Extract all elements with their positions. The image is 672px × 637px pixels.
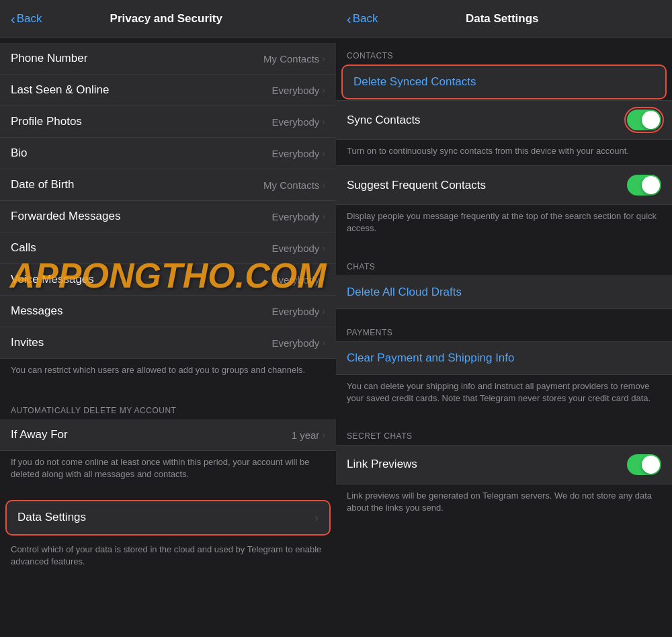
data-settings-item[interactable]: Data Settings › [5,500,331,536]
forwarded-messages-label: Forwarded Messages [11,210,120,223]
link-previews-item: Link Previews [336,445,672,484]
right-panel: ‹ Back Data Settings CONTACTS Delete Syn… [336,0,672,637]
last-seen-item[interactable]: Last Seen & Online Everybody › [0,75,336,106]
date-of-birth-label: Date of Birth [11,178,75,192]
delete-synced-contacts-label: Delete Synced Contacts [353,75,476,88]
suggest-frequent-item: Suggest Frequent Contacts [336,165,672,205]
sync-contacts-toggle[interactable] [627,110,661,130]
bio-item[interactable]: Bio Everybody › [0,138,336,169]
sync-contacts-item: Sync Contacts [336,100,672,140]
right-back-button[interactable]: ‹ Back [347,12,378,26]
left-back-button[interactable]: ‹ Back [11,12,42,26]
phone-number-value: My Contacts › [263,53,325,65]
invites-note: You can restrict which users are allowed… [0,359,336,387]
profile-photos-item[interactable]: Profile Photos Everybody › [0,106,336,138]
last-seen-chevron-icon: › [322,85,325,95]
right-header: ‹ Back Data Settings [336,0,672,38]
messages-value: Everybody › [271,306,325,317]
left-panel: APPONGTHO.COM ‹ Back Privacy and Securit… [0,0,336,637]
contacts-section-header: CONTACTS [336,38,672,65]
voice-messages-chevron-icon: › [322,274,325,285]
messages-item[interactable]: Messages Everybody › [0,296,336,327]
left-back-chevron-icon: ‹ [11,12,15,26]
clear-payment-label: Clear Payment and Shipping Info [347,351,515,364]
data-settings-label: Data Settings [17,511,86,524]
profile-photos-value: Everybody › [271,116,325,128]
sync-contacts-note: Turn on to continuously sync contacts fr… [336,140,672,165]
invites-value: Everybody › [271,337,325,349]
calls-value: Everybody › [271,243,325,254]
calls-item[interactable]: Calls Everybody › [0,232,336,264]
last-seen-value: Everybody › [271,85,325,96]
if-away-chevron-icon: › [322,429,325,440]
left-settings-list: Phone Number My Contacts › Last Seen & O… [0,38,336,637]
delete-cloud-drafts-item[interactable]: Delete All Cloud Drafts [336,275,672,309]
messages-label: Messages [11,304,62,318]
date-of-birth-item[interactable]: Date of Birth My Contacts › [0,169,336,201]
phone-number-item[interactable]: Phone Number My Contacts › [0,43,336,75]
payment-note: You can delete your shipping info and in… [336,375,672,413]
calls-chevron-icon: › [322,243,325,253]
bio-value: Everybody › [271,148,325,159]
bio-label: Bio [11,146,28,160]
right-content: CONTACTS Delete Synced Contacts Sync Con… [336,38,672,637]
secret-chats-section-header: SECRET CHATS [336,418,672,445]
phone-number-chevron-icon: › [322,53,325,64]
voice-messages-item[interactable]: Voice Messages Everybody › [0,264,336,296]
forwarded-messages-chevron-icon: › [322,211,325,222]
right-spacer-1 [336,243,672,249]
data-settings-chevron-icon: › [314,511,319,525]
forwarded-messages-value: Everybody › [271,211,325,222]
if-away-label: If Away For [11,428,68,441]
link-previews-toggle[interactable] [627,454,661,475]
suggest-frequent-label: Suggest Frequent Contacts [347,179,486,192]
profile-photos-label: Profile Photos [11,115,82,128]
left-header: ‹ Back Privacy and Security [0,0,336,38]
date-of-birth-value: My Contacts › [263,179,325,191]
suggest-note: Display people you message frequently at… [336,205,672,243]
right-back-label: Back [353,12,378,26]
left-back-label: Back [17,12,42,26]
payments-section-header: PAYMENTS [336,314,672,341]
forwarded-messages-item[interactable]: Forwarded Messages Everybody › [0,201,336,232]
phone-number-label: Phone Number [11,52,87,65]
data-settings-note: Control which of your data is stored in … [0,538,336,579]
date-of-birth-chevron-icon: › [322,179,325,190]
spacer-2 [0,492,336,497]
spacer-1 [0,387,336,392]
if-away-for-item[interactable]: If Away For 1 year › [0,419,336,451]
delete-synced-contacts-item[interactable]: Delete Synced Contacts [341,65,667,99]
auto-delete-header: AUTOMATICALLY DELETE MY ACCOUNT [0,392,336,419]
profile-photos-chevron-icon: › [322,116,325,127]
away-note: If you do not come online at least once … [0,451,336,491]
left-header-title: Privacy and Security [47,12,285,26]
right-header-title: Data Settings [383,12,621,26]
sync-contacts-label: Sync Contacts [347,114,421,127]
invites-label: Invites [11,336,44,349]
chats-section-header: CHATS [336,249,672,275]
bio-chevron-icon: › [322,148,325,159]
suggest-frequent-toggle[interactable] [627,175,661,196]
last-seen-label: Last Seen & Online [11,83,109,97]
invites-item[interactable]: Invites Everybody › [0,327,336,359]
if-away-value: 1 year › [292,429,325,441]
link-previews-note: Link previews will be generated on Teleg… [336,484,672,522]
invites-chevron-icon: › [322,337,325,348]
link-previews-label: Link Previews [347,458,417,471]
voice-messages-value: Everybody › [271,274,325,286]
clear-payment-item[interactable]: Clear Payment and Shipping Info [336,341,672,375]
right-spacer-3 [336,413,672,418]
delete-cloud-drafts-label: Delete All Cloud Drafts [347,286,462,298]
right-back-chevron-icon: ‹ [347,12,351,26]
messages-chevron-icon: › [322,306,325,316]
calls-label: Calls [11,241,36,255]
right-spacer-2 [336,309,672,314]
voice-messages-label: Voice Messages [11,273,94,286]
